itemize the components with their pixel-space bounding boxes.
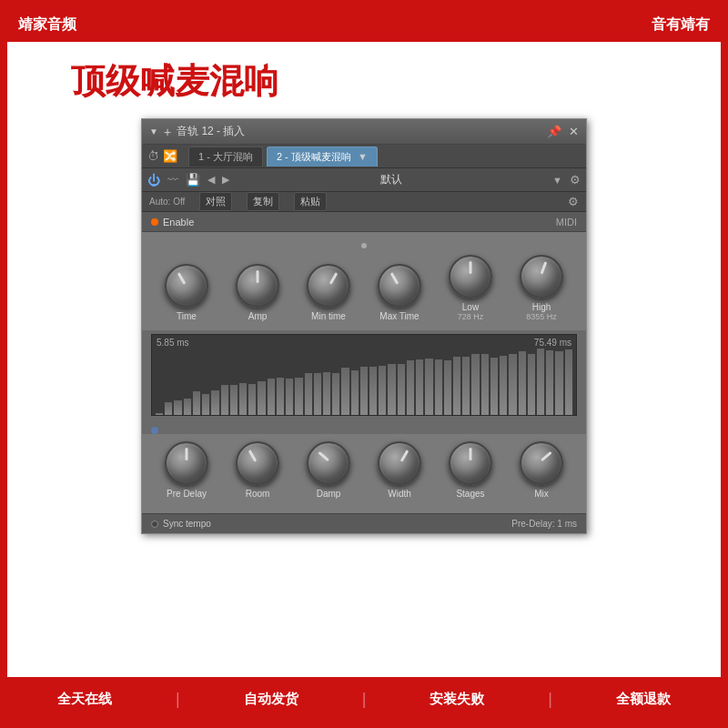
low-freq-value: 728 Hz: [458, 312, 484, 321]
room-knob[interactable]: [236, 441, 279, 485]
lower-dot: [151, 427, 158, 434]
knob-room: Room: [227, 441, 288, 499]
lower-dot-row: [142, 423, 586, 434]
power-icon[interactable]: ⏻: [147, 173, 160, 187]
enable-dot: [151, 218, 158, 226]
main-title-area: 顶级喊麦混响: [7, 42, 721, 114]
compare-button[interactable]: 对照: [199, 192, 232, 211]
plugin-body: Enable MIDI Time: [142, 212, 586, 533]
pre-delay-value: Pre-Delay: 1 ms: [511, 519, 577, 529]
preset-label: 默认: [237, 172, 545, 187]
wave-icon: 〰: [167, 174, 178, 187]
bottom-knobs-section: Pre Delay Room Damp Width: [142, 434, 586, 513]
width-knob-label: Width: [388, 489, 411, 499]
mintime-knob-label: Min time: [311, 311, 346, 321]
viz-section: 5.85 ms 75.49 ms: [142, 330, 586, 423]
time-knob[interactable]: [165, 264, 208, 308]
plugin-toolbar: ⏻ 〰 💾 ◀ ▶ 默认 ▼ ⚙: [142, 168, 586, 192]
sync-bar: Sync tempo Pre-Delay: 1 ms: [142, 513, 586, 533]
enable-text: Enable: [163, 217, 194, 228]
banner-item-1: 自动发货: [244, 691, 298, 708]
clock-icon: ⏱: [147, 149, 159, 163]
viz-bars: [152, 342, 576, 415]
knob-maxtime: Max Time: [369, 264, 430, 321]
predelay-knob[interactable]: [165, 441, 208, 485]
knob-stages: Stages: [440, 441, 501, 499]
network-icon: 🔀: [163, 149, 177, 163]
knob-amp: Amp: [227, 264, 288, 321]
high-knob-label: High: [532, 302, 551, 312]
enable-bar: Enable MIDI: [142, 212, 586, 232]
banner-item-2: 安装失败: [430, 691, 484, 708]
top-bar: 靖家音频 音有靖有: [7, 7, 721, 42]
predelay-knob-label: Pre Delay: [167, 489, 207, 499]
mix-knob-label: Mix: [534, 489, 549, 499]
toolbar-gear-icon[interactable]: ⚙: [568, 195, 579, 208]
knob-damp: Damp: [298, 441, 359, 499]
stages-knob[interactable]: [449, 441, 492, 485]
pin-icon[interactable]: 📌: [547, 125, 561, 138]
titlebar-label: 音轨 12 - 插入: [177, 124, 547, 139]
divider-1: |: [362, 690, 367, 709]
sync-label-group: Sync tempo: [151, 519, 211, 529]
main-title: 顶级喊麦混响: [71, 62, 278, 100]
page-wrapper: 靖家音频 音有靖有 顶级喊麦混响 ▼ + 音轨 12 - 插入 📌 ✕ ⏱ 🔀: [0, 0, 728, 728]
divider-0: |: [176, 690, 180, 709]
copy-button[interactable]: 复制: [247, 192, 279, 211]
auto-off-label: Auto: Off: [149, 197, 185, 207]
tab-icons: ⏱ 🔀: [147, 149, 177, 163]
next-icon[interactable]: ▶: [222, 174, 229, 186]
maxtime-knob[interactable]: [378, 264, 421, 308]
knob-high: High 8355 Hz: [511, 255, 572, 321]
width-knob[interactable]: [378, 441, 421, 485]
tab-2[interactable]: 2 - 顶级喊麦混响 ▼: [267, 147, 378, 167]
tab-1[interactable]: 1 - 大厅混响: [188, 147, 263, 167]
top-bar-right: 音有靖有: [652, 15, 710, 35]
prev-icon[interactable]: ◀: [207, 174, 215, 186]
banner-item-0: 全天在线: [57, 691, 112, 708]
top-indicator: [361, 243, 367, 248]
divider-2: |: [548, 690, 552, 709]
knob-mix: Mix: [511, 441, 572, 499]
time-knob-label: Time: [177, 311, 197, 321]
top-knobs-section: Time Amp Min time Max Time: [142, 232, 586, 330]
bottom-knobs-row: Pre Delay Room Damp Width: [151, 441, 577, 499]
plugin-tabbar: ⏱ 🔀 1 - 大厅混响 2 - 顶级喊麦混响 ▼: [142, 145, 586, 168]
plugin-titlebar: ▼ + 音轨 12 - 插入 📌 ✕: [142, 119, 586, 145]
plugin-window-outer: ▼ + 音轨 12 - 插入 📌 ✕ ⏱ 🔀 1 - 大厅混响 2 - 顶级喊麦…: [7, 118, 721, 534]
mintime-knob[interactable]: [307, 264, 350, 308]
banner-item-3: 全额退款: [616, 691, 671, 708]
viz-container: 5.85 ms 75.49 ms: [151, 334, 577, 416]
paste-button[interactable]: 粘贴: [294, 192, 327, 211]
top-knobs-row: Time Amp Min time Max Time: [151, 255, 577, 321]
gear-icon[interactable]: ⚙: [570, 173, 581, 187]
auto-toolbar: Auto: Off 对照 复制 粘贴 ⚙: [142, 192, 586, 212]
low-knob-label: Low: [462, 302, 479, 312]
high-knob[interactable]: [520, 255, 563, 298]
close-icon[interactable]: ✕: [569, 125, 579, 138]
tab-dropdown-icon: ▼: [358, 151, 368, 162]
damp-knob[interactable]: [307, 441, 350, 485]
mix-knob[interactable]: [520, 441, 563, 485]
maxtime-knob-label: Max Time: [379, 311, 419, 321]
high-freq-value: 8355 Hz: [526, 312, 557, 321]
midi-label: MIDI: [556, 217, 577, 228]
knob-time: Time: [156, 264, 217, 321]
sync-radio[interactable]: [151, 521, 158, 528]
enable-label-group: Enable: [151, 217, 194, 228]
damp-knob-label: Damp: [317, 489, 341, 499]
stages-knob-label: Stages: [456, 489, 484, 499]
add-icon[interactable]: +: [164, 125, 171, 139]
knob-predelay: Pre Delay: [156, 441, 217, 499]
amp-knob[interactable]: [236, 264, 279, 308]
low-knob[interactable]: [449, 255, 492, 298]
save-icon[interactable]: 💾: [186, 173, 200, 187]
knob-mintime: Min time: [298, 264, 359, 321]
preset-dropdown-icon[interactable]: ▼: [552, 175, 562, 186]
room-knob-label: Room: [246, 489, 270, 499]
knob-low: Low 728 Hz: [440, 255, 501, 321]
sync-tempo-label: Sync tempo: [163, 519, 211, 529]
arrow-icon: ▼: [149, 126, 158, 136]
top-bar-left: 靖家音频: [18, 15, 76, 35]
indicator-row: [151, 243, 577, 251]
